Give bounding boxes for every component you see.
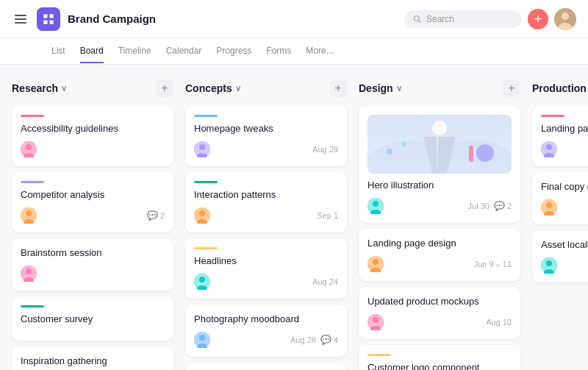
avatar-image: [194, 141, 210, 157]
nav-tabs: List Board Timeline Calendar Progress Fo…: [0, 38, 588, 65]
card-footer: [21, 141, 165, 157]
card-final-copy-edits: Final copy edits Jun 6: [532, 172, 588, 224]
card-interaction-patterns: Interaction patterns Sep 1: [185, 172, 347, 232]
header-right: Search +: [404, 8, 576, 30]
card-competitor-analysis: Competitor analysis 💬 2: [12, 172, 173, 232]
svg-rect-40: [469, 146, 473, 162]
svg-point-13: [26, 210, 32, 216]
card-accessibility-guidelines: Accessibility guidelines: [12, 106, 173, 166]
card-title: Customer logo component: [368, 362, 512, 370]
card-title: Interaction patterns: [194, 189, 338, 202]
card-headlines: Headlines Aug 24: [185, 238, 347, 299]
card-accent-blue: [194, 115, 218, 117]
card-title: Headlines: [194, 255, 338, 268]
chevron-down-icon: ∨: [235, 84, 241, 93]
svg-point-50: [373, 317, 379, 323]
card-accent-pink: [21, 115, 44, 117]
card-customer-logo-component: Customer logo component Aug 12: [359, 345, 520, 370]
hamburger-button[interactable]: [12, 12, 29, 26]
tab-board[interactable]: Board: [80, 40, 104, 63]
card-date: Aug 24: [312, 277, 338, 286]
card-footer: Aug 28: [194, 141, 338, 157]
card-footer: Sep 1: [194, 207, 338, 224]
tab-forms[interactable]: Forms: [266, 40, 291, 63]
card-date: Jun 9 – 11: [474, 260, 512, 268]
svg-point-7: [562, 13, 569, 20]
search-placeholder: Search: [426, 14, 454, 24]
avatar-image: [194, 207, 210, 224]
avatar: [21, 141, 37, 157]
card-footer: [21, 266, 165, 282]
svg-point-10: [26, 144, 32, 150]
app-icon: [37, 7, 60, 31]
add-card-research[interactable]: +: [156, 79, 173, 97]
comment-icon: 💬: [147, 210, 158, 221]
tab-progress[interactable]: Progress: [216, 40, 251, 63]
svg-point-39: [476, 144, 494, 162]
card-title: Landing page design: [368, 238, 512, 250]
avatar: [194, 332, 210, 348]
card-accent-orange: [194, 247, 218, 249]
card-landing-page-design: Landing page design Jun 9 – 11: [359, 229, 520, 281]
card-title: Landing page assets: [541, 123, 588, 135]
add-button[interactable]: +: [528, 9, 548, 29]
column-header-production: Production ∨ +: [532, 79, 588, 97]
card-footer: Aug 10: [368, 314, 512, 330]
card-inspiration-gathering: Inspiration gathering: [12, 346, 173, 370]
avatar-image: [541, 199, 557, 216]
column-title-production: Production ∨: [532, 82, 588, 94]
tab-calendar[interactable]: Calendar: [166, 40, 202, 63]
svg-point-31: [199, 335, 205, 341]
card-title: Asset localization: [541, 239, 588, 252]
card-footer: Jun 9 – 11: [368, 256, 512, 272]
card-brainstorm-session: Brainstorm session: [12, 238, 173, 291]
svg-point-62: [546, 260, 552, 266]
svg-point-59: [546, 202, 552, 208]
svg-line-5: [419, 20, 421, 22]
avatar: [21, 207, 37, 224]
svg-point-38: [432, 121, 447, 135]
avatar-image: [368, 314, 384, 330]
avatar: [194, 141, 210, 157]
svg-rect-1: [50, 14, 54, 18]
tab-more[interactable]: More...: [306, 40, 333, 63]
avatar-image: [21, 141, 37, 157]
avatar: [541, 141, 557, 157]
search-box[interactable]: Search: [404, 10, 522, 28]
column-design: Design ∨ +: [359, 79, 520, 355]
svg-rect-3: [50, 20, 54, 24]
card-title: Inspiration gathering: [21, 355, 165, 368]
card-date: Aug 28: [312, 145, 338, 154]
svg-point-28: [199, 277, 205, 282]
card-customer-survey: Customer survey: [12, 296, 173, 341]
svg-rect-0: [43, 14, 47, 18]
card-title: Homepage tweaks: [194, 123, 338, 135]
card-title: Updated product mockups: [368, 296, 512, 308]
card-title: Photography moodboard: [194, 313, 338, 326]
comment-count: 💬 2: [147, 210, 165, 221]
column-production: Production ∨ + Landing page assets Jun 1…: [532, 79, 588, 355]
card-photography-moodboard: Photography moodboard Aug 28 💬 4: [185, 305, 347, 357]
card-footer: 💬 2: [21, 207, 165, 224]
tab-timeline[interactable]: Timeline: [118, 40, 151, 63]
card-title: Final copy edits: [541, 181, 588, 193]
user-avatar[interactable]: [554, 8, 576, 30]
comment-count: 💬 2: [494, 201, 512, 211]
card-title: Customer survey: [21, 313, 165, 326]
avatar: [368, 198, 384, 214]
svg-point-47: [373, 259, 379, 265]
card-accent-green: [194, 181, 218, 183]
avatar: [368, 314, 384, 330]
card-footer: Aug 28 💬 4: [194, 332, 338, 348]
tab-list[interactable]: List: [51, 40, 65, 63]
comment-count: 💬 4: [320, 335, 338, 345]
avatar-image: [554, 8, 576, 30]
card-date: Aug 10: [486, 318, 512, 327]
avatar-image: [21, 207, 37, 224]
add-card-design[interactable]: +: [503, 79, 520, 97]
avatar-image: [368, 198, 384, 214]
svg-point-25: [199, 210, 205, 216]
add-card-concepts[interactable]: +: [329, 79, 347, 97]
svg-point-16: [26, 268, 32, 274]
chevron-down-icon: ∨: [396, 84, 402, 93]
